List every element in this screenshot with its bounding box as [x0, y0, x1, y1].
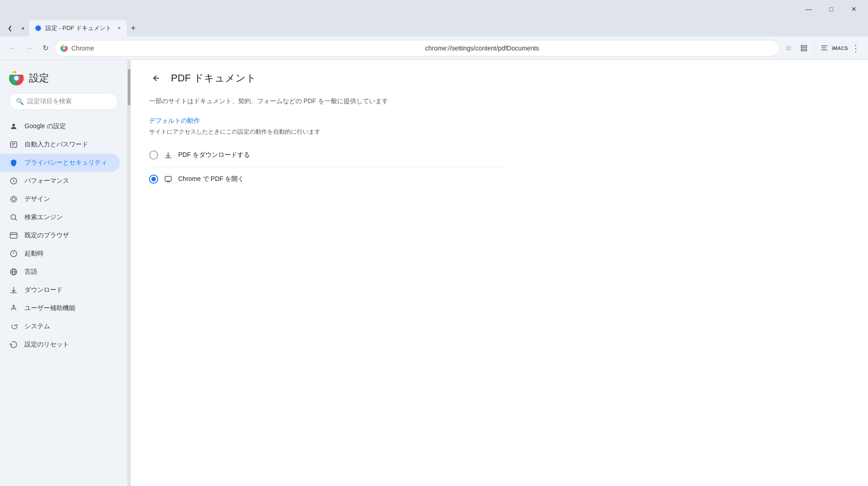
performance-nav-label: パフォーマンス [25, 177, 111, 185]
titlebar: — □ ✕ [0, 0, 868, 18]
extensions-button[interactable] [797, 41, 811, 55]
radio-open-chrome[interactable] [149, 175, 158, 184]
search-box-container: 🔍 設定項目を検索 [0, 93, 127, 117]
svg-rect-8 [821, 50, 828, 50]
option-download-pdf[interactable]: PDF をダウンロードする [149, 143, 504, 167]
sidebar-item-search[interactable]: 検索エンジン [0, 208, 120, 226]
download-option-icon [164, 150, 173, 160]
option-open-chrome[interactable]: Chrome で PDF を開く [149, 167, 504, 191]
svg-rect-5 [805, 49, 807, 51]
back-nav-button[interactable]: ← [5, 41, 20, 55]
chrome-option-icon [164, 175, 173, 184]
page-title: PDF ドキュメント [171, 71, 256, 85]
profile-icon [820, 44, 828, 52]
tab-dropdown-button[interactable]: ▾ [16, 22, 29, 35]
forward-nav-button[interactable]: → [22, 41, 36, 55]
system-nav-label: システム [25, 322, 111, 331]
sidebar-scrollbar[interactable] [127, 60, 131, 486]
section-subtext: サイトにアクセスしたときにこの設定の動作を自動的に行います [149, 128, 504, 136]
separator [814, 44, 814, 53]
minimize-button[interactable]: — [798, 2, 819, 16]
sidebar-item-startup[interactable]: 起動時 [0, 245, 120, 263]
bookmark-button[interactable]: ☆ [781, 41, 796, 55]
tabbar: ❮ ▾ 設定 - PDF ドキュメント × + [0, 18, 868, 36]
reset-nav-label: 設定のリセット [25, 341, 111, 349]
extensions-icon [800, 44, 808, 52]
settings-search-box[interactable]: 🔍 設定項目を検索 [9, 93, 118, 110]
accessibility-nav-icon [9, 304, 18, 313]
sidebar-item-google[interactable]: Google の設定 [0, 117, 120, 135]
back-arrow-icon [152, 74, 161, 83]
sidebar-scrollbar-thumb[interactable] [128, 69, 130, 105]
svg-line-20 [15, 219, 16, 220]
sidebar-item-accessibility[interactable]: ユーザー補助機能 [0, 299, 120, 317]
refresh-button[interactable]: ↻ [38, 41, 53, 55]
startup-nav-icon [9, 249, 18, 258]
svg-rect-21 [10, 233, 17, 238]
titlebar-controls: — □ ✕ [798, 2, 864, 16]
privacy-nav-icon [9, 158, 18, 167]
page-header: PDF ドキュメント [149, 71, 504, 85]
sidebar-container: 設定 🔍 設定項目を検索 Google の設定 [0, 60, 131, 486]
sidebar: 設定 🔍 設定項目を検索 Google の設定 [0, 60, 127, 486]
svg-point-1 [63, 47, 65, 49]
section-heading: デフォルトの動作 [149, 117, 504, 125]
site-name: Chrome [71, 45, 420, 52]
page-description: 一部のサイトはドキュメント、契約、フォームなどの PDF を一般に提供しています [149, 96, 504, 106]
sidebar-item-privacy[interactable]: プライバシーとセキュリティ [0, 154, 120, 172]
download-nav-label: ダウンロード [25, 286, 111, 294]
svg-rect-4 [801, 49, 803, 51]
sidebar-item-autofill[interactable]: 自動入力とパスワード [0, 135, 120, 154]
design-nav-icon [9, 195, 18, 204]
chrome-logo-large [9, 71, 24, 85]
radio-download[interactable] [149, 150, 158, 160]
svg-point-12 [12, 124, 15, 126]
language-nav-icon [9, 267, 18, 276]
svg-rect-2 [801, 45, 803, 48]
reset-nav-icon [9, 340, 18, 349]
url-text: chrome://settings/content/pdfDocuments [425, 45, 774, 52]
option-open-chrome-label: Chrome で PDF を開く [178, 175, 244, 183]
tab-title: 設定 - PDF ドキュメント [45, 24, 111, 32]
sidebar-item-language[interactable]: 言語 [0, 263, 120, 281]
accessibility-nav-label: ユーザー補助機能 [25, 304, 111, 312]
search-placeholder: 設定項目を検索 [27, 97, 72, 105]
address-bar[interactable]: Chrome chrome://settings/content/pdfDocu… [55, 40, 779, 56]
svg-rect-3 [805, 45, 807, 48]
addressbar-right-icons: ☆ iMACS ⋮ [781, 41, 863, 55]
svg-point-19 [11, 215, 16, 220]
chrome-logo-icon [60, 45, 68, 52]
profile-button[interactable] [817, 41, 832, 55]
more-button[interactable]: ⋮ [848, 41, 863, 55]
tab-back-button[interactable]: ❮ [4, 22, 16, 35]
new-tab-button[interactable]: + [127, 22, 140, 35]
sidebar-item-design[interactable]: デザイン [0, 190, 120, 208]
design-nav-label: デザイン [25, 195, 111, 203]
sidebar-item-browser[interactable]: 既定のブラウザ [0, 226, 120, 245]
svg-rect-6 [821, 45, 828, 46]
search-nav-icon [9, 213, 18, 222]
autofill-nav-label: 自動入力とパスワード [25, 140, 111, 149]
tab-close-button[interactable]: × [115, 24, 123, 32]
active-tab[interactable]: 設定 - PDF ドキュメント × [29, 20, 127, 36]
maximize-button[interactable]: □ [821, 2, 842, 16]
sidebar-item-performance[interactable]: パフォーマンス [0, 172, 120, 190]
content-area: PDF ドキュメント 一部のサイトはドキュメント、契約、フォームなどの PDF … [131, 60, 868, 486]
imacs-button[interactable]: iMACS [833, 41, 847, 55]
performance-nav-icon [9, 176, 18, 185]
search-icon: 🔍 [16, 98, 24, 105]
sidebar-item-download[interactable]: ダウンロード [0, 281, 120, 299]
back-button[interactable] [149, 71, 164, 85]
browser-nav-icon [9, 231, 18, 240]
sidebar-item-reset[interactable]: 設定のリセット [0, 336, 120, 354]
svg-rect-32 [165, 176, 171, 181]
autofill-nav-icon [9, 140, 18, 149]
option-download-label: PDF をダウンロードする [178, 151, 250, 159]
svg-point-29 [13, 305, 15, 306]
google-nav-label: Google の設定 [25, 122, 111, 130]
system-nav-icon [9, 322, 18, 331]
close-button[interactable]: ✕ [843, 2, 864, 16]
main-layout: 設定 🔍 設定項目を検索 Google の設定 [0, 60, 868, 486]
addressbar: ← → ↻ Chrome chrome://settings/content/p… [0, 36, 868, 60]
sidebar-item-system[interactable]: システム [0, 317, 120, 336]
